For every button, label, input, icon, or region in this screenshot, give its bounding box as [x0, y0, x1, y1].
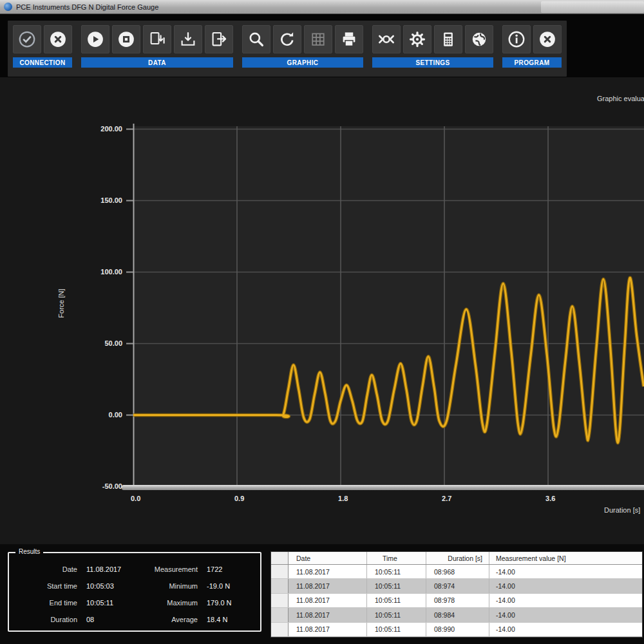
row-selector	[271, 608, 289, 621]
download-tray-icon	[178, 30, 198, 49]
table-row[interactable]: 11.08.201710:05:1108:968-14.00	[271, 565, 642, 579]
result-value: 10:05:03	[86, 582, 114, 590]
result-label: Measurement	[141, 565, 198, 573]
globe-icon	[469, 30, 489, 49]
print-button[interactable]	[335, 25, 363, 53]
table-cell: -14.00	[489, 608, 642, 621]
y-tick-label: 150.00	[71, 196, 122, 204]
x-tick-label: 2.7	[442, 495, 468, 502]
connector-icon	[377, 30, 396, 49]
read-data-button[interactable]	[81, 25, 109, 53]
table-cell: 10:05:11	[367, 565, 426, 578]
chart-region: Graphic evaluation Force [N] Duration [s…	[0, 77, 644, 544]
group-label-graphic: GRAPHIC	[242, 57, 363, 68]
table-cell: 11.08.2017	[289, 594, 367, 607]
results-groupbox: Results Date11.08.2017 Start time10:05:0…	[8, 552, 261, 632]
row-selector	[271, 565, 289, 578]
calculator-icon	[439, 30, 458, 49]
zoom-button[interactable]	[242, 25, 270, 53]
device-button[interactable]	[434, 25, 462, 53]
result-value: 08	[86, 616, 94, 623]
result-value: 11.08.2017	[86, 565, 121, 573]
x-axis-label: Duration [s]	[604, 506, 640, 514]
results-right-column: Measurement1722 Minimum-19.0 N Maximum17…	[141, 564, 232, 625]
printer-icon	[339, 30, 359, 49]
y-tick-label: 100.00	[71, 268, 122, 276]
grid-button[interactable]	[304, 25, 332, 53]
table-cell: 10:05:11	[367, 623, 426, 636]
x-tick-label: 0.0	[131, 495, 156, 502]
x-circle-icon	[48, 30, 68, 49]
x-tick-label: 1.8	[338, 495, 364, 502]
toolbar: CONNECTION	[0, 14, 644, 77]
stop-button[interactable]	[112, 25, 140, 53]
table-cell: -14.00	[489, 594, 642, 607]
table-cell: 08:968	[426, 565, 489, 578]
result-label: Maximum	[141, 599, 198, 607]
group-label-data: DATA	[81, 57, 233, 68]
table-cell: 10:05:11	[367, 608, 426, 621]
measurement-table: Date Time Duration [s] Measurement value…	[270, 551, 643, 638]
connect-button[interactable]	[13, 25, 41, 53]
y-tick-label: 200.00	[71, 125, 122, 133]
toolbar-group-data: DATA	[81, 25, 233, 77]
table-row[interactable]: 11.08.201710:05:1108:990-14.00	[271, 623, 642, 637]
result-label: Average	[141, 616, 198, 623]
x-tick-label: 0.9	[234, 495, 260, 502]
y-axis-label: Force [N]	[57, 281, 65, 326]
column-header-time[interactable]: Time	[367, 552, 426, 564]
application-window: PCE Instruments DFG N Digital Force Gaug…	[0, 0, 644, 644]
table-row[interactable]: 11.08.201710:05:1108:974-14.00	[271, 579, 642, 593]
table-header-row: Date Time Duration [s] Measurement value…	[271, 552, 642, 565]
toolbar-group-graphic: GRAPHIC	[242, 25, 363, 77]
gear-icon	[408, 30, 427, 49]
info-circle-icon	[507, 30, 526, 49]
table-cell: 11.08.2017	[289, 579, 367, 592]
result-label: Minimum	[141, 582, 198, 590]
group-label-connection: CONNECTION	[13, 57, 72, 68]
group-label-settings: SETTINGS	[372, 57, 493, 68]
group-label-program: PROGRAM	[502, 57, 562, 68]
table-cell: 11.08.2017	[289, 565, 367, 578]
table-row[interactable]: 11.08.201710:05:1108:978-14.00	[271, 594, 642, 608]
save-data-button[interactable]	[174, 25, 202, 53]
exit-button[interactable]	[533, 25, 562, 53]
x-circle-icon	[538, 30, 557, 49]
x-tick-label: 3.6	[545, 495, 571, 502]
toolbar-group-program: PROGRAM	[502, 25, 562, 77]
results-left-column: Date11.08.2017 Start time10:05:03 End ti…	[21, 564, 121, 625]
row-selector	[271, 623, 289, 636]
window-title: PCE Instruments DFG N Digital Force Gaug…	[16, 3, 158, 11]
table-cell: 10:05:11	[367, 594, 426, 607]
result-value: 179.0 N	[207, 599, 232, 607]
export-data-button[interactable]	[205, 25, 233, 53]
disconnect-button[interactable]	[44, 25, 72, 53]
column-header-measurement[interactable]: Measurement value [N]	[489, 552, 642, 564]
force-line-chart	[0, 77, 644, 544]
column-header-date[interactable]: Date	[289, 552, 367, 564]
language-button[interactable]	[465, 25, 493, 53]
x-axis-bar	[122, 485, 644, 490]
titlebar[interactable]: PCE Instruments DFG N Digital Force Gaug…	[0, 0, 644, 14]
result-label: Date	[21, 565, 77, 573]
table-cell: 10:05:11	[367, 579, 426, 592]
refresh-button[interactable]	[273, 25, 301, 53]
stop-circle-icon	[117, 30, 136, 49]
transfer-data-button[interactable]	[143, 25, 171, 53]
result-label: End time	[21, 599, 77, 607]
table-cell: 11.08.2017	[289, 623, 367, 636]
com-port-button[interactable]	[372, 25, 401, 53]
column-header-duration[interactable]: Duration [s]	[426, 552, 489, 564]
play-circle-icon	[86, 30, 105, 49]
grid-icon	[308, 30, 328, 49]
info-button[interactable]	[502, 25, 531, 53]
toolbar-group-settings: SETTINGS	[372, 25, 493, 77]
table-cell: -14.00	[489, 579, 642, 592]
refresh-arrow-icon	[278, 30, 297, 49]
table-row[interactable]: 11.08.201710:05:1108:984-14.00	[271, 608, 642, 622]
row-selector	[271, 594, 289, 607]
toolbar-group-connection: CONNECTION	[13, 25, 72, 77]
row-selector	[271, 579, 289, 592]
options-button[interactable]	[403, 25, 431, 53]
table-cell: 08:974	[426, 579, 489, 592]
